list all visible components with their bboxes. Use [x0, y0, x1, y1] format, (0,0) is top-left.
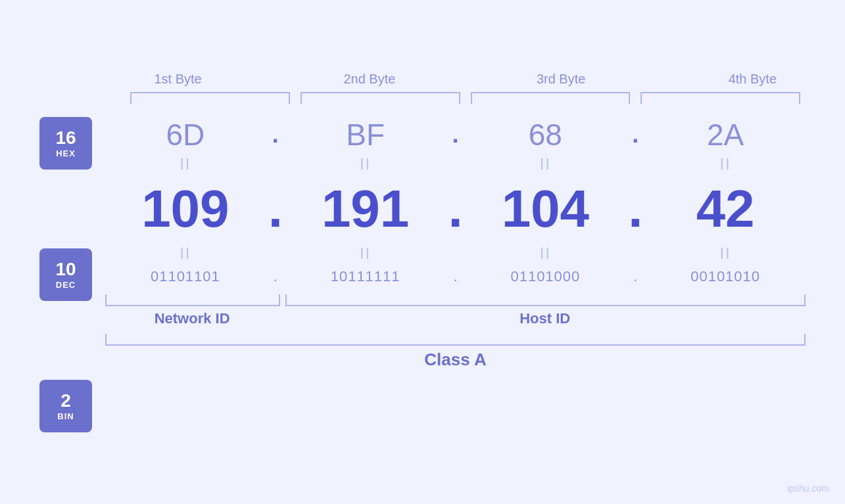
bin-byte4: 00101010: [645, 268, 806, 285]
bin-byte3: 01101000: [466, 268, 626, 285]
dec-byte3: 104: [466, 179, 626, 239]
bin-name: BIN: [57, 411, 74, 421]
bin-number: 2: [60, 391, 71, 411]
bracket-class: [105, 334, 806, 346]
eq1-4: II: [645, 155, 806, 173]
hex-byte2: BF: [285, 117, 446, 152]
id-labels: Network ID Host ID: [105, 310, 806, 327]
eq2-4: II: [645, 244, 806, 263]
bin-dot3: .: [625, 268, 645, 285]
eq2-2: II: [285, 244, 446, 263]
main-content: 16 HEX 10 DEC 2 BIN 6D . BF: [39, 117, 806, 432]
hex-dot1: .: [266, 121, 285, 149]
dec-byte2: 191: [285, 179, 446, 239]
dec-dot1: .: [266, 179, 285, 239]
bracket-top-2: [301, 92, 460, 104]
dec-byte4: 42: [645, 179, 806, 239]
top-brackets: [125, 92, 806, 104]
hex-name: HEX: [56, 149, 76, 158]
byte1-header: 1st Byte: [82, 72, 274, 87]
byte3-header: 3rd Byte: [466, 72, 657, 87]
byte4-header: 4th Byte: [657, 72, 845, 87]
values-area: 6D . BF . 68 . 2A II II: [105, 117, 806, 370]
dec-dot3: .: [625, 179, 645, 239]
hex-number: 16: [55, 128, 76, 149]
hex-byte3: 68: [466, 117, 626, 152]
eq2-1: II: [105, 244, 266, 263]
bin-byte2: 10111111: [285, 268, 446, 285]
main-container: 1st Byte 2nd Byte 3rd Byte 4th Byte 16 H…: [0, 0, 845, 504]
bottom-brackets: [105, 294, 806, 306]
dec-number: 10: [55, 260, 76, 280]
class-bracket-row: [105, 334, 806, 346]
network-id-label: Network ID: [105, 310, 279, 327]
hex-badge: 16 HEX: [39, 117, 92, 170]
bin-dot1: .: [266, 268, 285, 285]
eq2-3: II: [466, 244, 626, 263]
host-id-label: Host ID: [284, 310, 806, 327]
eq-row-2: II II II II: [105, 244, 806, 263]
bracket-top-1: [130, 92, 290, 104]
dec-byte1: 109: [105, 179, 266, 239]
bin-row: 01101101 . 10111111 . 01101000 . 0010101…: [105, 268, 806, 285]
bin-byte1: 01101101: [105, 268, 266, 285]
bracket-top-3: [471, 92, 631, 104]
bracket-host: [285, 294, 806, 306]
hex-dot3: .: [625, 121, 645, 149]
bracket-network: [105, 294, 280, 306]
class-label: Class A: [105, 350, 806, 370]
byte-headers: 1st Byte 2nd Byte 3rd Byte 4th Byte: [82, 72, 845, 87]
eq1-3: II: [466, 155, 626, 173]
hex-byte4: 2A: [645, 117, 806, 152]
hex-byte1: 6D: [105, 117, 266, 152]
watermark: ipshu.com: [787, 483, 829, 493]
byte2-header: 2nd Byte: [274, 72, 465, 87]
bin-dot2: .: [446, 268, 466, 285]
eq1-2: II: [285, 155, 446, 173]
bin-badge: 2 BIN: [39, 380, 92, 432]
eq1-1: II: [105, 155, 266, 173]
dec-badge: 10 DEC: [39, 248, 92, 301]
bottom-section: Network ID Host ID Class A: [105, 290, 806, 370]
base-labels: 16 HEX 10 DEC 2 BIN: [39, 117, 92, 432]
hex-dot2: .: [446, 121, 466, 149]
bracket-top-4: [640, 92, 800, 104]
dec-name: DEC: [56, 280, 76, 290]
hex-row: 6D . BF . 68 . 2A: [105, 117, 806, 152]
dec-row: 109 . 191 . 104 . 42: [105, 179, 806, 239]
dec-dot2: .: [446, 179, 466, 239]
eq-row-1: II II II II: [105, 155, 806, 173]
